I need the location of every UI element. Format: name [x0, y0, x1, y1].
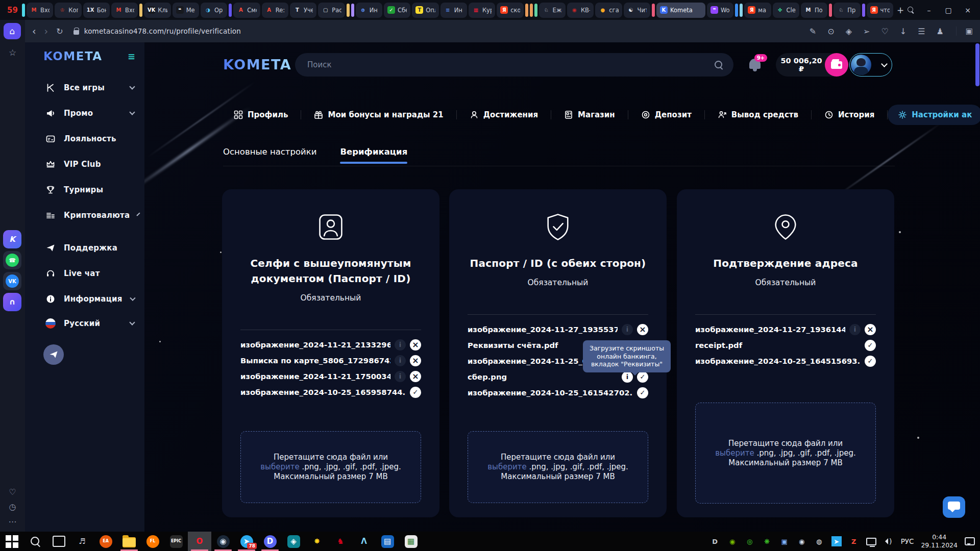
sidebar-panel-icon[interactable]: ▣	[956, 27, 973, 36]
info-icon[interactable]	[849, 324, 861, 335]
kometa-app-icon[interactable]: K	[3, 230, 21, 248]
heart-icon[interactable]: ♡	[9, 487, 16, 497]
browser-tab[interactable]: ● сга	[595, 3, 622, 18]
profile-icon[interactable]: ♟	[936, 27, 943, 36]
browser-tab[interactable]: ▢ Рас	[318, 3, 345, 18]
camera-icon[interactable]: ⊙	[827, 27, 834, 36]
shield-icon[interactable]: ◈	[846, 27, 852, 36]
info-icon[interactable]	[622, 324, 633, 335]
whatsapp-icon[interactable]: ☎	[3, 251, 21, 269]
dropzone[interactable]: Перетащите сюда файл или выберите .png, …	[695, 403, 876, 504]
tab-group-pill[interactable]	[22, 4, 25, 17]
file-status-icon[interactable]	[865, 340, 876, 351]
sidebar-item-vip-club[interactable]: VIP Club	[25, 152, 144, 177]
tab-group-pill[interactable]	[534, 4, 537, 17]
window-green-app[interactable]: ▦	[399, 532, 423, 551]
tab-profile[interactable]: Профиль	[221, 110, 301, 119]
music-app-icon[interactable]: ∩	[3, 293, 21, 311]
browser-tab[interactable]: ♘ Пр	[834, 3, 860, 18]
telegram-app[interactable]: ➤ 78	[235, 532, 258, 551]
opera-menu-button[interactable]: 59	[3, 3, 22, 18]
task-view-button[interactable]	[47, 532, 70, 551]
info-icon[interactable]	[395, 355, 406, 366]
sidebar-item-all-games[interactable]: Все игры	[25, 75, 144, 101]
browser-tab[interactable]: M Вхо	[27, 3, 53, 18]
browser-tab[interactable]: Я что	[867, 3, 893, 18]
razer-tray-icon[interactable]: ❋	[762, 536, 772, 546]
edit-icon[interactable]: ✎	[810, 27, 816, 36]
steam-app[interactable]: ◉	[211, 532, 235, 551]
info-icon[interactable]	[395, 339, 406, 350]
window-minimize-button[interactable]: –	[924, 6, 934, 14]
tab-deposit[interactable]: Депозит	[628, 110, 704, 119]
palette-tray-icon[interactable]: ▣	[779, 536, 790, 546]
file-status-icon[interactable]	[637, 371, 648, 383]
browser-tab[interactable]: Т Уче	[290, 3, 316, 18]
browser-tab[interactable]: ❞ Wo	[707, 3, 733, 18]
tab-group-pill[interactable]	[740, 4, 743, 17]
browser-tab[interactable]: ✤ Cle	[773, 3, 799, 18]
file-status-icon[interactable]	[865, 324, 876, 335]
tab-bonuses[interactable]: Мои бонусы и награды 21	[301, 110, 456, 119]
balance-pill[interactable]: 50 006,20 ₽	[776, 53, 848, 77]
reload-button[interactable]: ↻	[56, 27, 63, 36]
file-status-icon[interactable]	[410, 371, 421, 382]
choose-file-link[interactable]: выберите	[487, 462, 526, 471]
download-icon[interactable]: ↓	[900, 27, 906, 36]
address-bar[interactable]: kometacasino478.com/ru/profile/verificat…	[84, 27, 241, 35]
search-input[interactable]	[307, 60, 714, 69]
tab-group-pill[interactable]	[351, 4, 354, 17]
kometa-header-logo[interactable]: KOMETA	[223, 57, 291, 72]
sidebar-item-information[interactable]: Информация	[25, 286, 144, 312]
tab-history[interactable]: История	[812, 110, 887, 119]
opera-browser-app[interactable]: O	[188, 532, 211, 551]
browser-tab[interactable]: 1X Бон	[83, 3, 110, 18]
tab-group-pill[interactable]	[525, 4, 528, 17]
browser-tab[interactable]: Т Опл	[412, 3, 438, 18]
language-indicator[interactable]: РУС	[901, 537, 914, 545]
file-status-icon[interactable]	[410, 339, 421, 350]
browser-tab[interactable]: A Смо	[233, 3, 260, 18]
file-status-icon[interactable]	[410, 355, 421, 366]
search-icon[interactable]	[714, 60, 723, 69]
start-button[interactable]	[0, 532, 23, 551]
tab-general-settings[interactable]: Основные настройки	[223, 147, 316, 164]
ea-app[interactable]: EA	[94, 532, 117, 551]
browser-tab[interactable]: ♘ Еже	[539, 3, 566, 18]
red-figure-app[interactable]: ♞	[329, 532, 352, 551]
browser-tab[interactable]: A Re:	[262, 3, 288, 18]
browser-tab[interactable]: K Kometa	[656, 3, 705, 18]
browser-tab[interactable]: ◑ Ор	[201, 3, 227, 18]
send-icon[interactable]: ➢	[863, 27, 870, 36]
audio-app[interactable]: ♬	[70, 532, 94, 551]
sidebar-item-support[interactable]: Поддержка	[25, 235, 144, 261]
browser-tab[interactable]: M Вхо	[111, 3, 138, 18]
dropzone[interactable]: Перетащите сюда файл или выберите .png, …	[468, 431, 648, 503]
tab-group-pill[interactable]	[139, 4, 142, 17]
forward-button[interactable]: ›	[44, 26, 48, 37]
tab-shop[interactable]: Магазин	[551, 110, 628, 119]
browser-tab[interactable]: ❝ Ме	[173, 3, 199, 18]
file-status-icon[interactable]	[410, 387, 421, 398]
volume-tray-icon[interactable]	[884, 536, 894, 546]
file-status-icon[interactable]	[637, 324, 648, 335]
window-blue-app[interactable]: ▤	[376, 532, 399, 551]
collapse-sidebar-icon[interactable]: ≡	[128, 51, 135, 62]
browser-tab[interactable]: ✓ Сбе	[384, 3, 410, 18]
starburst-app[interactable]: ✸	[305, 532, 329, 551]
sidebar-item-loyalty[interactable]: Лояльность	[25, 126, 144, 152]
tab-withdraw[interactable]: Вывод средств	[705, 110, 811, 119]
clock[interactable]: 0:44 29.11.2024	[921, 533, 958, 549]
browser-tab[interactable]: Я ско	[497, 3, 523, 18]
tab-group-pill[interactable]	[229, 4, 232, 17]
sidebar-item-tournaments[interactable]: Турниры	[25, 177, 144, 203]
profile-menu[interactable]	[849, 53, 892, 77]
home-icon[interactable]: ⌂	[4, 23, 21, 39]
browser-tab[interactable]: ◉ КВ-	[567, 3, 594, 18]
telegram-tray-icon[interactable]: ➤	[831, 536, 842, 546]
zoom-tray-icon[interactable]: Z	[849, 536, 859, 546]
fl-studio-app[interactable]: FL	[141, 532, 164, 551]
browser-tab[interactable]: ▦ Кур	[469, 3, 495, 18]
sidebar-item-live-chat[interactable]: Live чат	[25, 261, 144, 286]
tab-group-pill[interactable]	[530, 4, 533, 17]
